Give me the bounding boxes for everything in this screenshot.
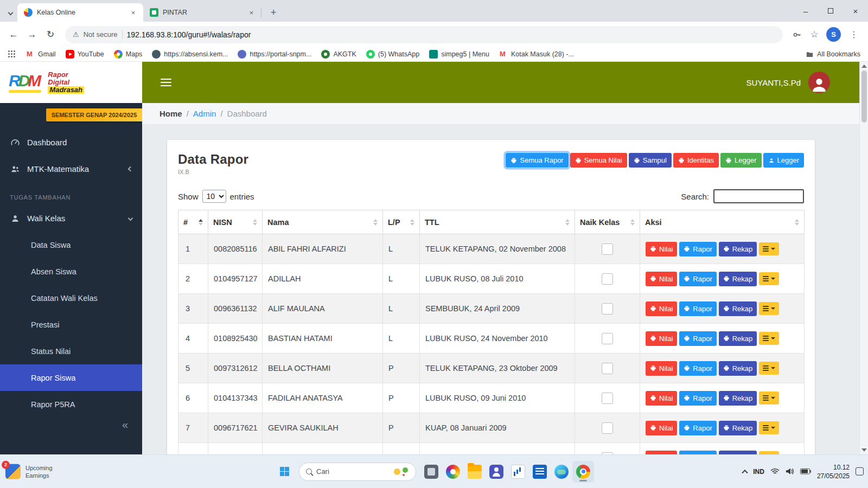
- tab-search-chevron-icon[interactable]: [3, 3, 17, 22]
- row-menu-button[interactable]: [759, 391, 779, 404]
- taskbar-explorer-icon[interactable]: [464, 461, 486, 483]
- bookmark-https-portal-snpm[interactable]: https://portal-snpm...: [238, 50, 311, 59]
- sidebar-item-rapor-siswa[interactable]: Rapor Siswa: [0, 364, 142, 391]
- address-bar[interactable]: ⚠ Not secure 192.168.93.8:100/guru#!/wal…: [65, 26, 783, 43]
- row-menu-button[interactable]: [759, 302, 779, 315]
- breadcrumb-home[interactable]: Home: [159, 109, 182, 118]
- row-menu-button[interactable]: [759, 421, 779, 434]
- rapor-button[interactable]: Rapor: [679, 301, 716, 316]
- forward-button[interactable]: →: [24, 27, 40, 43]
- taskbar-clock[interactable]: 10.12 27/05/2025: [817, 463, 850, 480]
- rekap-button[interactable]: Rekap: [719, 361, 757, 376]
- language-indicator[interactable]: IND: [753, 468, 764, 476]
- column-header-ttl[interactable]: TTL: [420, 210, 575, 234]
- close-button[interactable]: ×: [843, 0, 868, 22]
- battery-icon[interactable]: [800, 468, 811, 474]
- rapor-button[interactable]: Rapor: [679, 451, 716, 455]
- column-header-l-p[interactable]: L/P: [383, 210, 420, 234]
- rekap-button[interactable]: Rekap: [719, 451, 757, 455]
- taskbar-document-icon[interactable]: [420, 461, 442, 483]
- rekap-button[interactable]: Rekap: [719, 421, 757, 435]
- taskbar-edge-icon[interactable]: [551, 461, 572, 483]
- naik-kelas-checkbox[interactable]: [602, 333, 613, 344]
- legger-button[interactable]: Legger: [763, 153, 804, 168]
- taskbar-search[interactable]: Cari: [299, 463, 416, 481]
- bookmark-akgtk[interactable]: AKGTK: [321, 50, 356, 59]
- nilai-button[interactable]: Nilai: [646, 451, 677, 455]
- column-header-nisn[interactable]: NISN: [208, 210, 263, 234]
- password-key-icon[interactable]: [789, 27, 805, 42]
- sidebar-collapse-button[interactable]: «: [0, 419, 142, 431]
- rekap-button[interactable]: Rekap: [719, 301, 757, 316]
- apps-grid-icon[interactable]: [8, 50, 16, 59]
- browser-profile-avatar[interactable]: S: [826, 27, 841, 42]
- naik-kelas-checkbox[interactable]: [602, 422, 613, 434]
- taskbar-photos-icon[interactable]: [442, 461, 464, 483]
- bookmark-maps[interactable]: Maps: [114, 50, 143, 59]
- browser-tab-kelas-online[interactable]: Kelas Online ×: [17, 3, 143, 22]
- rekap-button[interactable]: Rekap: [719, 242, 757, 256]
- column-header-nama[interactable]: Nama: [263, 210, 383, 234]
- bookmark-https-absensi-kem[interactable]: https://absensi.kem...: [152, 50, 228, 59]
- sidebar-item-absen-siswa[interactable]: Absen Siswa: [0, 258, 142, 285]
- start-button[interactable]: [274, 461, 295, 482]
- bookmark-kotak-masuk-28[interactable]: Kotak Masuk (28) -...: [499, 50, 574, 59]
- scrollbar-thumb[interactable]: [861, 70, 867, 123]
- nilai-button[interactable]: Nilai: [646, 391, 677, 406]
- scroll-up-icon[interactable]: [861, 65, 867, 68]
- tab-close-icon[interactable]: ×: [247, 8, 256, 17]
- wifi-icon[interactable]: [770, 468, 780, 475]
- nilai-button[interactable]: Nilai: [646, 301, 677, 316]
- scroll-down-icon[interactable]: [861, 448, 867, 452]
- url-text[interactable]: 192.168.93.8:100/guru#!/walas/rapor: [127, 30, 251, 39]
- search-input[interactable]: [713, 189, 804, 203]
- maximize-button[interactable]: [818, 0, 843, 22]
- minimize-button[interactable]: –: [793, 0, 818, 22]
- tab-close-icon[interactable]: ×: [129, 8, 138, 17]
- row-menu-button[interactable]: [759, 362, 779, 375]
- taskbar-teams-icon[interactable]: [486, 461, 507, 483]
- legger-button[interactable]: Legger: [720, 153, 761, 168]
- reload-button[interactable]: ↻: [42, 27, 59, 43]
- rekap-button[interactable]: Rekap: [719, 391, 757, 406]
- nilai-button[interactable]: Nilai: [646, 331, 677, 346]
- sidebar-item-prestasi[interactable]: Prestasi: [0, 311, 142, 338]
- semua-nilai-button[interactable]: Semua Nilai: [570, 153, 627, 168]
- sidebar-item-catatan-wali-kelas[interactable]: Catatan Wali Kelas: [0, 285, 142, 311]
- taskbar-office-icon[interactable]: [529, 461, 551, 483]
- volume-icon[interactable]: [786, 468, 794, 475]
- rekap-button[interactable]: Rekap: [719, 331, 757, 346]
- widgets-button[interactable]: 2 Upcoming Earnings: [5, 464, 53, 479]
- sidebar-item-mtk-matematika[interactable]: MTK-Matematika: [0, 156, 142, 182]
- naik-kelas-checkbox[interactable]: [602, 393, 613, 404]
- naik-kelas-checkbox[interactable]: [602, 303, 613, 314]
- rapor-button[interactable]: Rapor: [679, 242, 716, 256]
- sidebar-item-data-siswa[interactable]: Data Siswa: [0, 232, 142, 258]
- row-menu-button[interactable]: [759, 272, 779, 285]
- semua-rapor-button[interactable]: Semua Rapor: [506, 153, 568, 168]
- row-menu-button[interactable]: [759, 242, 779, 255]
- sidebar-item-rapor-p5ra[interactable]: Rapor P5RA: [0, 391, 142, 418]
- column-header-num[interactable]: #: [178, 210, 208, 234]
- naik-kelas-checkbox[interactable]: [602, 273, 613, 285]
- taskbar-chart-icon[interactable]: [507, 461, 529, 483]
- notification-center-icon[interactable]: [856, 467, 864, 476]
- naik-kelas-checkbox[interactable]: [602, 363, 613, 374]
- rapor-button[interactable]: Rapor: [679, 421, 716, 435]
- nilai-button[interactable]: Nilai: [646, 421, 677, 435]
- sampul-button[interactable]: Sampul: [629, 153, 672, 168]
- menu-toggle-button[interactable]: [161, 79, 171, 86]
- new-tab-button[interactable]: +: [266, 5, 281, 20]
- row-menu-button[interactable]: [759, 332, 779, 345]
- naik-kelas-checkbox[interactable]: [602, 243, 613, 255]
- rapor-button[interactable]: Rapor: [679, 272, 716, 286]
- nilai-button[interactable]: Nilai: [646, 242, 677, 256]
- security-label[interactable]: Not secure: [84, 30, 118, 38]
- rdm-logo[interactable]: R D M Rapor Digital Madrasah: [0, 62, 142, 103]
- browser-menu-icon[interactable]: ⋮: [845, 29, 863, 40]
- taskbar-chrome-icon[interactable]: [572, 461, 594, 483]
- all-bookmarks-button[interactable]: All Bookmarks: [806, 50, 860, 59]
- page-scrollbar[interactable]: [859, 62, 868, 454]
- browser-tab-pintar[interactable]: PINTAR ×: [143, 3, 261, 22]
- identitas-button[interactable]: Identitas: [673, 153, 719, 168]
